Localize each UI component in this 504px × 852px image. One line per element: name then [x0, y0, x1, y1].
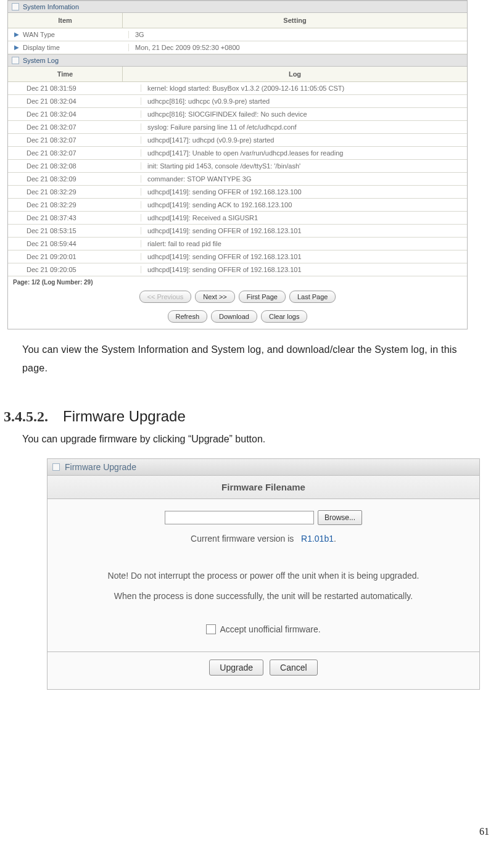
syslog-row: Dec 21 08:32:04udhcpc[816]: udhcpc (v0.9…	[8, 95, 467, 108]
syslog-row: Dec 21 09:20:01udhcpd[1419]: sending OFF…	[8, 250, 467, 263]
firmware-note-1: Note! Do not interrupt the process or po…	[59, 566, 468, 587]
sysinfo-log-panel: System Infomation Item Setting ▶WAN Type…	[7, 0, 468, 329]
syslog-message: udhcpc[816]: SIOCGIFINDEX failed!: No su…	[141, 110, 467, 118]
firmware-upgrade-panel: Firmware Upgrade Firmware Filename Brows…	[47, 458, 480, 690]
refresh-button[interactable]: Refresh	[168, 310, 208, 323]
syslog-time: Dec 21 08:59:44	[8, 240, 141, 247]
syslog-row: Dec 21 08:32:08init: Starting pid 1453, …	[8, 160, 467, 173]
syslog-message: udhcpd[1419]: sending OFFER of 192.168.1…	[141, 266, 467, 273]
syslog-row: Dec 21 08:59:44rialert: fail to read pid…	[8, 238, 467, 250]
syslog-message: init: Starting pid 1453, console /dev/tt…	[141, 162, 467, 170]
page-number: 61	[479, 826, 489, 837]
syslog-time: Dec 21 09:20:01	[8, 253, 141, 260]
syslog-time: Dec 21 08:53:15	[8, 227, 141, 234]
syslog-message: udhcpd[1417]: udhcpd (v0.9.9-pre) starte…	[141, 136, 467, 144]
current-version-label: Current firmware version is	[191, 534, 294, 544]
sysinfo-rows: ▶WAN Type3G▶Display timeMon, 21 Dec 2009…	[8, 28, 467, 54]
firmware-section-title: Firmware Upgrade	[65, 462, 136, 472]
sysinfo-value: 3G	[129, 31, 467, 38]
syslog-button-bar: << Previous Next >> First Page Last Page…	[8, 288, 467, 329]
firmware-filename-header: Firmware Filename	[48, 476, 479, 499]
syslog-row: Dec 21 08:32:07udhcpd[1417]: udhcpd (v0.…	[8, 134, 467, 147]
syslog-time: Dec 21 08:32:29	[8, 201, 141, 209]
firmware-section-bar: Firmware Upgrade	[48, 459, 479, 476]
current-version-line: Current firmware version is R1.01b1.	[59, 534, 468, 544]
firmware-note-2: When the process is done successfully, t…	[59, 586, 468, 607]
syslog-time: Dec 21 08:32:04	[8, 110, 141, 118]
syslog-time: Dec 21 08:31:59	[8, 85, 141, 92]
syslog-time: Dec 21 08:32:29	[8, 188, 141, 196]
syslog-page-info: Page: 1/2 (Log Number: 29)	[8, 276, 467, 288]
browse-button[interactable]: Browse...	[318, 510, 362, 525]
syslog-message: udhcpd[1419]: sending OFFER of 192.168.1…	[141, 253, 467, 260]
prev-page-button: << Previous	[139, 291, 192, 303]
syslog-row: Dec 21 08:32:07udhcpd[1417]: Unable to o…	[8, 147, 467, 160]
syslog-row: Dec 21 08:32:29udhcpd[1419]: sending OFF…	[8, 186, 467, 199]
section-title: Firmware Upgrade	[63, 408, 186, 425]
syslog-message: udhcpd[1417]: Unable to open /var/run/ud…	[141, 149, 467, 157]
accept-unofficial-label: Accept unofficial firmware.	[220, 624, 320, 634]
section-toggle-icon	[12, 57, 19, 64]
syslog-section-bar: System Log	[8, 54, 467, 67]
sysinfo-row: ▶WAN Type3G	[8, 28, 467, 41]
next-page-button[interactable]: Next >>	[195, 291, 235, 303]
sysinfo-section-title: System Infomation	[23, 3, 79, 10]
syslog-rows: Dec 21 08:31:59kernel: klogd started: Bu…	[8, 82, 467, 276]
syslog-header-row: Time Log	[8, 67, 467, 82]
syslog-message: commander: STOP WANTYPE 3G	[141, 175, 467, 183]
sysinfo-value: Mon, 21 Dec 2009 09:52:30 +0800	[129, 44, 467, 51]
syslog-row: Dec 21 08:31:59kernel: klogd started: Bu…	[8, 82, 467, 95]
firmware-body: Browse... Current firmware version is R1…	[48, 499, 479, 652]
syslog-header-log: Log	[123, 67, 467, 81]
syslog-row: Dec 21 08:37:43udhcpd[1419]: Received a …	[8, 212, 467, 225]
syslog-section-title: System Log	[23, 57, 59, 64]
syslog-time: Dec 21 08:32:09	[8, 175, 141, 183]
sysinfo-section-bar: System Infomation	[8, 1, 467, 13]
section-number: 3.4.5.2.	[4, 408, 48, 425]
section-toggle-icon	[12, 3, 19, 10]
download-button[interactable]: Download	[211, 310, 257, 323]
last-page-button[interactable]: Last Page	[289, 291, 336, 303]
firmware-file-row: Browse...	[59, 510, 468, 525]
sysinfo-header-row: Item Setting	[8, 13, 467, 28]
syslog-time: Dec 21 08:32:07	[8, 149, 141, 157]
syslog-message: udhcpd[1419]: Received a SIGUSR1	[141, 214, 467, 221]
syslog-time: Dec 21 08:32:07	[8, 136, 141, 144]
current-version-suffix: .	[334, 534, 336, 544]
syslog-message: rialert: fail to read pid file	[141, 240, 467, 247]
section-toggle-icon	[52, 463, 60, 471]
syslog-message: udhcpd[1419]: sending OFFER of 192.168.1…	[141, 188, 467, 196]
sysinfo-header-setting: Setting	[123, 13, 467, 28]
syslog-row: Dec 21 08:32:07syslog: Failure parsing l…	[8, 121, 467, 134]
sysinfo-row: ▶Display timeMon, 21 Dec 2009 09:52:30 +…	[8, 41, 467, 54]
section-heading: 3.4.5.2. Firmware Upgrade	[4, 408, 500, 425]
sysinfo-item: WAN Type	[23, 31, 55, 38]
clear-logs-button[interactable]: Clear logs	[261, 310, 308, 323]
upgrade-button[interactable]: Upgrade	[209, 660, 263, 676]
syslog-time: Dec 21 08:32:08	[8, 162, 141, 170]
sysinfo-item: Display time	[23, 44, 60, 51]
cancel-button[interactable]: Cancel	[270, 660, 318, 676]
syslog-row: Dec 21 08:32:04udhcpc[816]: SIOCGIFINDEX…	[8, 108, 467, 121]
firmware-button-bar: Upgrade Cancel	[48, 652, 479, 689]
doc-paragraph-upgrade: You can upgrade firmware by clicking “Up…	[22, 434, 500, 445]
syslog-message: syslog: Failure parsing line 11 of /etc/…	[141, 123, 467, 131]
sysinfo-header-item: Item	[8, 13, 123, 28]
syslog-time: Dec 21 08:32:04	[8, 97, 141, 105]
syslog-time: Dec 21 08:37:43	[8, 214, 141, 221]
syslog-row: Dec 21 08:32:29udhcpd[1419]: sending ACK…	[8, 199, 467, 212]
syslog-row: Dec 21 08:53:15udhcpd[1419]: sending OFF…	[8, 225, 467, 238]
firmware-file-input[interactable]	[165, 511, 314, 524]
syslog-message: udhcpd[1419]: sending ACK to 192.168.123…	[141, 201, 467, 209]
syslog-time: Dec 21 08:32:07	[8, 123, 141, 131]
current-version-value: R1.01b1	[301, 534, 334, 544]
syslog-time: Dec 21 09:20:05	[8, 266, 141, 273]
doc-paragraph-sysinfo: You can view the System Information and …	[22, 341, 473, 378]
accept-unofficial-checkbox[interactable]	[206, 624, 216, 634]
accept-unofficial-row: Accept unofficial firmware.	[59, 624, 468, 634]
first-page-button[interactable]: First Page	[239, 291, 286, 303]
syslog-message: udhcpd[1419]: sending OFFER of 192.168.1…	[141, 227, 467, 234]
syslog-header-time: Time	[8, 67, 123, 81]
syslog-message: udhcpc[816]: udhcpc (v0.9.9-pre) started	[141, 97, 467, 105]
syslog-row: Dec 21 08:32:09commander: STOP WANTYPE 3…	[8, 173, 467, 186]
